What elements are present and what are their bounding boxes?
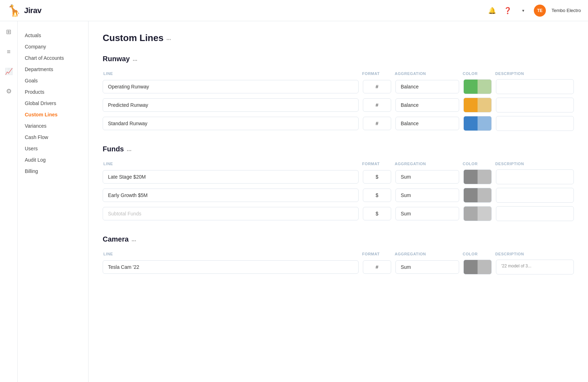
dropdown-icon[interactable]: ▾ [518,6,528,16]
sidebar-item-billing[interactable]: Billing [18,166,88,177]
sidebar-item-variances[interactable]: Variances [18,120,88,132]
table-row: # Balance [103,79,574,94]
early-growth-format[interactable]: $ [363,189,391,202]
operating-runway-description[interactable] [496,79,574,94]
subtotal-funds-aggregation[interactable]: Sum [395,207,459,220]
funds-col-format: FORMAT [362,162,380,166]
camera-col-description: DESCRIPTION [495,252,524,256]
table-row: $ Sum [103,188,574,203]
sidebar-item-products[interactable]: Products [18,86,88,98]
runway-more-button[interactable]: ... [133,56,137,62]
funds-col-color: COLOR [463,162,478,166]
predicted-runway-format[interactable]: # [363,98,391,112]
runway-section-title: Runway ... [103,55,574,63]
camera-row1-description[interactable]: '22 model of 3... [496,260,574,274]
camera-section-title: Camera ... [103,235,574,243]
page-title: Custom Lines ... [103,33,574,44]
subtotal-funds-description[interactable] [496,206,574,221]
sidebar-item-actuals[interactable]: Actuals [18,30,88,41]
table-row: # Sum '22 model of 3... [103,260,574,274]
icon-nav: ⊞ ≡ 📈 ⚙ [0,21,18,382]
runway-col-format: FORMAT [362,71,380,76]
nav-chart-icon[interactable]: 📈 [2,65,15,78]
main-layout: ⊞ ≡ 📈 ⚙ Actuals Company Chart of Account… [0,21,588,382]
topbar: 🦒 Jirav 🔔 ❓ ▾ TE Tembo Electro [0,0,588,21]
subtotal-funds-line-input[interactable] [103,207,359,220]
standard-runway-line-input[interactable] [103,117,359,130]
standard-runway-aggregation[interactable]: Balance [395,117,459,130]
early-growth-color[interactable] [463,188,492,203]
camera-row1-color[interactable] [463,260,492,274]
sidebar-links: Actuals Company Chart of Accounts Depart… [18,25,88,181]
camera-title-text: Camera [103,235,129,243]
table-row: # Balance [103,98,574,112]
late-stage-description[interactable] [496,169,574,184]
logo: 🦒 Jirav [7,4,41,17]
standard-runway-format[interactable]: # [363,117,391,130]
operating-runway-format[interactable]: # [363,80,391,93]
runway-col-color: COLOR [463,71,478,76]
operating-runway-line-input[interactable] [103,80,359,93]
camera-section: Camera ... LINE FORMAT AGGREGATION COLOR… [103,235,574,274]
sidebar-item-company[interactable]: Company [18,41,88,52]
camera-col-headers: LINE FORMAT AGGREGATION COLOR DESCRIPTIO… [103,250,574,257]
logo-text: Jirav [24,6,41,15]
early-growth-description[interactable] [496,188,574,203]
predicted-runway-aggregation[interactable]: Balance [395,98,459,112]
table-row: $ Sum [103,206,574,221]
late-stage-format[interactable]: $ [363,170,391,184]
funds-more-button[interactable]: ... [127,146,131,152]
funds-col-description: DESCRIPTION [495,162,524,166]
runway-col-aggregation: AGGREGATION [395,71,426,76]
nav-dashboard-icon[interactable]: ⊞ [2,25,15,38]
page-title-text: Custom Lines [103,33,164,44]
sidebar-item-users[interactable]: Users [18,143,88,154]
runway-col-description: DESCRIPTION [495,71,524,76]
camera-row1-aggregation[interactable]: Sum [395,260,459,274]
predicted-runway-description[interactable] [496,98,574,112]
camera-row1-line-input[interactable] [103,260,359,274]
notifications-icon[interactable]: 🔔 [487,6,497,16]
funds-col-headers: LINE FORMAT AGGREGATION COLOR DESCRIPTIO… [103,160,574,167]
sidebar-item-global-drivers[interactable]: Global Drivers [18,98,88,109]
operating-runway-aggregation[interactable]: Balance [395,80,459,93]
funds-section-title: Funds ... [103,145,574,153]
sidebar-item-departments[interactable]: Departments [18,64,88,75]
late-stage-color[interactable] [463,169,492,184]
sidebar-item-goals[interactable]: Goals [18,75,88,86]
camera-more-button[interactable]: ... [131,236,136,243]
standard-runway-color[interactable] [463,116,492,131]
sidebar-item-custom-lines[interactable]: Custom Lines [18,109,88,120]
sidebar-item-cash-flow[interactable]: Cash Flow [18,132,88,143]
camera-col-aggregation: AGGREGATION [395,252,426,256]
runway-col-headers: LINE FORMAT AGGREGATION COLOR DESCRIPTIO… [103,70,574,76]
early-growth-line-input[interactable] [103,189,359,202]
avatar[interactable]: TE [534,5,546,17]
camera-col-format: FORMAT [362,252,380,256]
predicted-runway-line-input[interactable] [103,98,359,112]
page-more-button[interactable]: ... [166,35,171,41]
runway-section: Runway ... LINE FORMAT AGGREGATION COLOR… [103,55,574,131]
sidebar: Actuals Company Chart of Accounts Depart… [18,21,89,382]
runway-col-line: LINE [103,71,113,76]
subtotal-funds-color[interactable] [463,206,492,221]
funds-title-text: Funds [103,145,124,153]
early-growth-aggregation[interactable]: Sum [395,189,459,202]
help-icon[interactable]: ❓ [503,6,513,16]
sidebar-item-audit-log[interactable]: Audit Log [18,154,88,166]
standard-runway-description[interactable] [496,116,574,131]
nav-reports-icon[interactable]: ≡ [2,45,15,58]
predicted-runway-color[interactable] [463,98,492,112]
late-stage-line-input[interactable] [103,170,359,184]
camera-row1-format[interactable]: # [363,260,391,274]
camera-col-color: COLOR [463,252,478,256]
camera-col-line: LINE [103,252,113,256]
funds-section: Funds ... LINE FORMAT AGGREGATION COLOR … [103,145,574,221]
user-name: Tembo Electro [552,8,581,13]
subtotal-funds-format[interactable]: $ [363,207,391,220]
late-stage-aggregation[interactable]: Sum [395,170,459,184]
nav-settings-icon[interactable]: ⚙ [2,85,15,98]
operating-runway-color[interactable] [463,79,492,94]
sidebar-item-chart-of-accounts[interactable]: Chart of Accounts [18,52,88,64]
content: Custom Lines ... Runway ... LINE FORMAT … [89,21,588,382]
